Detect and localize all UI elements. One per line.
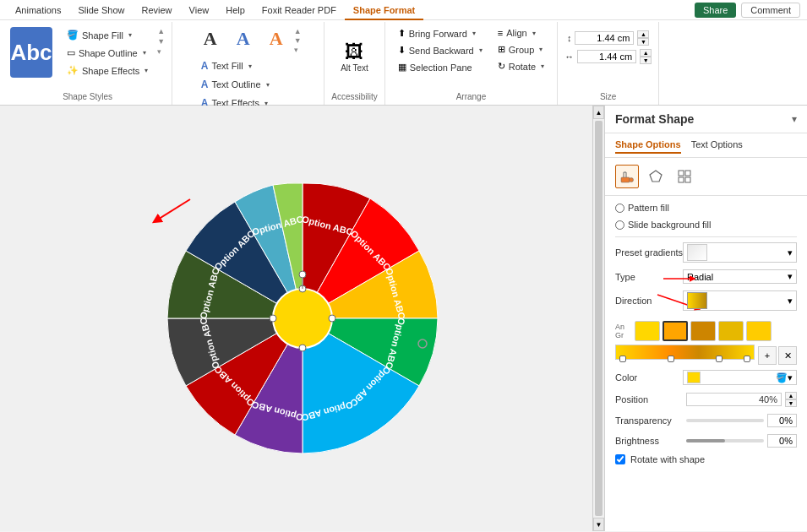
height-down[interactable]: ▼ [637,38,649,46]
tab-help[interactable]: Help [217,0,254,20]
width-icon: ↔ [564,52,574,62]
share-button[interactable]: Share [695,3,736,18]
fill-line-icon-btn[interactable] [615,165,639,188]
slide-bg-fill-label: Slide background fill [628,220,711,230]
direction-preview [687,292,707,309]
height-input[interactable]: 1.44 cm [575,31,634,45]
gradient-stop-2[interactable] [668,356,674,362]
size-pos-icon-btn[interactable] [673,165,696,188]
type-row: Type Radial ▾ [615,269,797,284]
effects-icon-btn[interactable] [644,165,668,188]
tab-animations[interactable]: Animations [7,0,69,20]
position-input[interactable]: 40% [686,393,782,406]
swatch-1[interactable] [635,321,660,341]
comment-button[interactable]: Comment [741,3,800,18]
swatch-3[interactable] [690,321,716,341]
wordart-scroll-down[interactable]: ▼ [294,36,302,45]
shape-style-abc[interactable]: Abc [10,27,52,78]
text-fill-dropdown-icon: ▾ [248,62,252,70]
send-backward-button[interactable]: ⬇ Send Backward ▾ [392,42,488,58]
width-row: ↔ 1.44 cm ▲ ▼ [564,49,652,64]
wordart-scroll-up[interactable]: ▲ [294,27,302,35]
position-label: Position [615,394,683,404]
tab-foxit[interactable]: Foxit Reader PDF [254,0,345,20]
text-outline-dropdown-icon: ▾ [266,81,270,89]
selection-pane-button[interactable]: ▦ Selection Pane [392,59,488,75]
shape-effects-button[interactable]: ✨ Shape Effects ▾ [61,62,154,79]
brightness-input[interactable]: 0% [767,434,797,448]
shape-fill-button[interactable]: 🪣 Shape Fill ▾ [61,27,154,43]
panel-close-btn[interactable]: ▾ [792,113,797,125]
tab-shape-options[interactable]: Shape Options [615,137,681,154]
color-row: Color 🪣▾ [615,370,797,385]
size-group: ↕ 1.44 cm ▲ ▼ ↔ 1.44 cm ▲ ▼ Size [558,22,659,105]
width-input[interactable]: 1.44 cm [577,50,636,63]
gradient-stop-4[interactable] [744,356,750,362]
bring-forward-button[interactable]: ⬆ Bring Forward ▾ [392,25,488,41]
swatch-5[interactable] [746,321,772,341]
wordart-expand[interactable]: ▾ [294,46,302,54]
text-fill-button[interactable]: A Text Fill ▾ [195,57,302,74]
shape-styles-expand[interactable]: ▾ [157,47,165,56]
slide-bg-fill-option[interactable]: Slide background fill [615,220,711,230]
rotate-with-shape-checkbox[interactable] [615,454,625,464]
transparency-track[interactable] [686,419,764,422]
color-label: Color [615,372,683,383]
align-button[interactable]: ≡ Align ▾ [492,25,550,41]
position-down[interactable]: ▼ [785,399,797,407]
shape-styles-scroll-up[interactable]: ▲ [157,27,165,35]
height-up[interactable]: ▲ [637,30,649,38]
wordart-style-2[interactable]: A [228,27,259,51]
slide-bg-fill-radio[interactable] [615,220,624,230]
shape-styles-scroll-down[interactable]: ▼ [157,37,165,46]
scroll-thumb[interactable] [595,121,603,516]
brightness-label: Brightness [615,436,683,446]
swatch-2[interactable] [663,321,688,341]
add-gradient-stop[interactable]: + [758,346,777,365]
width-up[interactable]: ▲ [640,49,652,57]
color-dropdown[interactable]: 🪣▾ [683,370,797,385]
pattern-fill-radio[interactable] [615,204,624,213]
scroll-down-btn[interactable]: ▼ [593,518,604,531]
tab-shape-format[interactable]: Shape Format [345,0,423,20]
wordart-style-1[interactable]: A [195,27,226,51]
shape-outline-button[interactable]: ▭ Shape Outline ▾ [61,45,154,61]
group-button[interactable]: ⊞ Group ▾ [492,41,550,57]
pattern-fill-row: Pattern fill [615,203,797,213]
width-down[interactable]: ▼ [640,57,652,64]
alt-text-button[interactable]: 🖼 Alt Text [335,40,374,76]
pattern-fill-option[interactable]: Pattern fill [615,203,669,213]
gradient-stop-1[interactable] [619,356,626,362]
tab-review[interactable]: Review [133,0,180,20]
size-label: Size [600,92,616,103]
gradient-stop-3[interactable] [716,356,722,362]
scroll-up-btn[interactable]: ▲ [593,106,604,119]
position-row: Position 40% ▲ ▼ [615,392,797,407]
swatch-4[interactable] [718,321,744,341]
bring-forward-icon: ⬆ [398,28,406,39]
position-up[interactable]: ▲ [785,392,797,399]
send-backward-dropdown: ▾ [479,46,483,54]
transparency-row: Transparency 0% [615,414,797,427]
panel-tabs: Shape Options Text Options [605,133,807,158]
transparency-input[interactable]: 0% [767,414,797,427]
text-outline-button[interactable]: A Text Outline ▾ [195,76,302,93]
align-dropdown: ▾ [532,30,536,37]
preset-gradients-dropdown[interactable]: ▾ [683,242,797,263]
shape-outline-dropdown-icon: ▾ [143,49,146,57]
tab-view[interactable]: View [181,0,218,20]
height-icon: ↕ [567,33,572,43]
rotate-with-shape-label: Rotate with shape [630,454,705,464]
wordart-style-3[interactable]: A [261,27,292,51]
rotate-button[interactable]: ↻ Rotate ▾ [492,58,550,74]
direction-dropdown[interactable]: ▾ [683,290,797,311]
alt-text-icon: 🖼 [345,43,363,62]
remove-gradient-stop[interactable]: ✕ [778,346,797,365]
tab-text-options[interactable]: Text Options [691,137,743,154]
tab-slideshow[interactable]: Slide Show [69,0,133,20]
ribbon: Animations Slide Show Review View Help F… [0,0,807,106]
panel-body: Pattern fill Slide background fill Prese… [605,196,807,531]
gradient-bar[interactable] [615,345,755,360]
preset-gradients-label: Preset gradients [615,247,683,258]
brightness-track[interactable] [686,439,764,442]
